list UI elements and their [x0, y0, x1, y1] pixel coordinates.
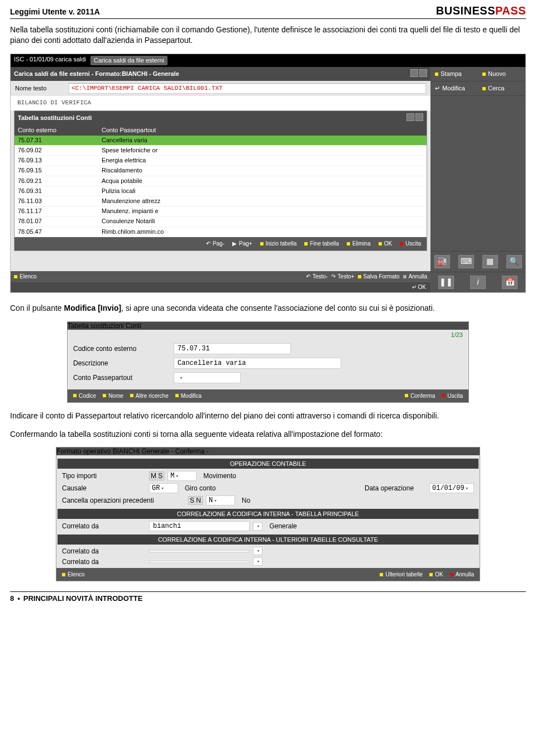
sub-title: Tabella sostituzioni Conti — [18, 114, 92, 122]
conferma-button[interactable]: Conferma — [403, 392, 437, 400]
row-desc: Consulenze Notarili — [102, 218, 423, 225]
tipo-importi-value[interactable]: M▾ — [168, 471, 197, 481]
codice-label: Codice conto esterno — [73, 345, 174, 353]
screenshot-2: Tabella sostituzioni Conti 1/23 Codice c… — [67, 321, 469, 403]
modal3-title: Formato operativo BIANCHI Generale - Con… — [56, 447, 209, 455]
row-code: 76.09.21 — [18, 177, 102, 185]
record-counter: 1/23 — [68, 330, 468, 338]
row-desc: Spese telefoniche or — [102, 147, 423, 154]
pause-icon[interactable]: ❚❚ — [438, 276, 454, 289]
correlato3-dd[interactable]: ▾ — [253, 557, 262, 566]
fine-tabella-button[interactable]: Fine tabella — [302, 239, 341, 248]
annulla-button[interactable]: Annulla — [403, 273, 427, 280]
correlato2-label: Correlato da — [62, 547, 146, 555]
tipo-importi-label: Tipo importi — [62, 472, 146, 480]
codice-value[interactable]: 75.07.31 — [174, 343, 291, 354]
table-row[interactable]: 75.07.31Cancelleria varia — [15, 136, 427, 146]
elenco-button-3[interactable]: Elenco — [60, 570, 87, 579]
correlato-text: Generale — [269, 522, 296, 530]
context-line: ISC - 01/01/09 carica saldi — [14, 56, 86, 65]
data-operazione-label: Data operazione — [365, 484, 426, 492]
elimina-button[interactable]: Elimina — [344, 239, 373, 248]
correlato3-value[interactable] — [149, 561, 250, 563]
table-row[interactable]: 76.09.31Pulizia locali — [15, 186, 427, 196]
table-row[interactable]: 78.01.07Consulenze Notarili — [15, 216, 427, 227]
table-row[interactable]: 78.05.47Rimb.chilom.ammin.co — [15, 227, 427, 237]
testo-minus-button[interactable]: ↶Testo- — [306, 273, 328, 280]
section-name: PRINCIPALI NOVITÀ INTRODOTTE — [23, 594, 143, 603]
table-row[interactable]: 76.09.21Acqua potabile — [15, 176, 427, 186]
row-desc: Pulizia locali — [102, 187, 423, 195]
col-conto-esterno: Conto esterno — [18, 127, 102, 134]
altre-ricerche-button[interactable]: Altre ricerche — [128, 392, 171, 400]
stampa-button[interactable]: Stampa — [430, 67, 478, 81]
tipo-importi-chips: M S — [149, 471, 164, 480]
main-window-title: Carica saldi da file esterni - Formato:B… — [11, 67, 430, 81]
codice-button[interactable]: Codice — [71, 392, 98, 400]
modifica-button[interactable]: ↵Modifica — [430, 81, 478, 96]
modifica-button-2[interactable]: Modifica — [173, 392, 204, 400]
section-ulteriori: CORRELAZIONE A CODIFICA INTERNA - ULTERI… — [58, 535, 478, 545]
p2-b: Modifica [Invio] — [64, 304, 122, 312]
cancella-label: Cancella operazioni precedenti — [62, 497, 185, 504]
row-desc: Rimb.chilom.ammin.co — [102, 228, 423, 235]
correlato2-value[interactable] — [149, 550, 250, 552]
search-icon[interactable]: 🔍 — [506, 255, 522, 268]
pag-plus-button[interactable]: ▶Pag+ — [230, 239, 255, 248]
ok-button[interactable]: OK — [376, 239, 394, 248]
table-row[interactable]: 76.09.02Spese telefoniche or — [15, 146, 427, 156]
uscita-button-2[interactable]: Uscita — [439, 392, 465, 400]
keyboard-icon[interactable]: ⌨ — [458, 255, 474, 268]
grid-icon[interactable]: ▦ — [482, 255, 498, 268]
bullet-icon: • — [17, 594, 20, 603]
testo-plus-button[interactable]: ↷Testo+ — [331, 273, 355, 280]
conto-pass-label: Conto Passepartout — [73, 374, 174, 382]
cancella-value[interactable]: N▾ — [206, 495, 235, 505]
ok-strip[interactable]: ↵ OK — [11, 282, 430, 292]
table-row[interactable]: 76.11.03Manutenzione attrezz — [15, 196, 427, 206]
inizio-tabella-button[interactable]: Inizio tabella — [258, 239, 299, 248]
ok-button-3[interactable]: OK — [427, 570, 445, 579]
info-icon[interactable]: i — [470, 276, 486, 289]
causale-value[interactable]: GR▾ — [149, 483, 178, 493]
causale-label: Causale — [62, 484, 146, 492]
annulla-button-3[interactable]: Annulla — [448, 570, 476, 579]
page-footer: 8 • PRINCIPALI NOVITÀ INTRODOTTE — [10, 591, 526, 603]
salva-formato-button[interactable]: Salva Formato — [358, 273, 400, 280]
table-body: 75.07.31Cancelleria varia 76.09.02Spese … — [15, 136, 427, 237]
correlato-dd[interactable]: ▾ — [253, 522, 262, 531]
row-desc: Manutenz. impianti e — [102, 208, 423, 215]
descr-value[interactable]: Cancelleria varia — [174, 358, 341, 369]
nome-button[interactable]: Nome — [100, 392, 126, 400]
uscita-button[interactable]: Uscita — [398, 239, 423, 248]
row-code: 76.09.02 — [18, 147, 102, 154]
window-controls[interactable] — [409, 69, 427, 79]
sub-window-controls[interactable] — [405, 113, 423, 123]
ulteriori-tabelle-button[interactable]: Ulteriori tabelle — [377, 570, 425, 579]
brand-business: BUSINESS — [436, 4, 495, 17]
p2-a: Con il pulsante — [10, 304, 64, 312]
cerca-button[interactable]: Cerca — [478, 81, 525, 96]
modal2-title: Tabella sostituzioni Conti — [68, 322, 141, 330]
p2-c: , si apre una seconda videata che consen… — [121, 304, 434, 312]
main-title-text: Carica saldi da file esterni - Formato:B… — [14, 70, 179, 78]
data-operazione-value[interactable]: 01/01/09▾ — [429, 483, 474, 493]
nuovo-button[interactable]: Nuovo — [478, 67, 525, 81]
elenco-button[interactable]: Elenco — [14, 273, 37, 280]
correlato-label: Correlato da — [62, 522, 146, 530]
table-row[interactable]: 76.09.13Energia elettrica — [15, 156, 427, 166]
pag-minus-button[interactable]: ↶Pag- — [204, 239, 227, 248]
calendar-icon[interactable]: 📅 — [502, 276, 518, 289]
correlato2-dd[interactable]: ▾ — [253, 547, 262, 555]
row-code: 78.05.47 — [18, 228, 102, 235]
conto-pass-value[interactable] — [174, 372, 241, 383]
nome-testo-value[interactable]: <C:\IMPORT\ESEMPI CARICA SALDI\BIL001.TX… — [69, 83, 426, 94]
table-row[interactable]: 76.09.15Riscaldamento — [15, 166, 427, 176]
correlato-value[interactable]: bianchi — [149, 521, 250, 531]
factory-icon[interactable]: 🏭 — [434, 255, 450, 268]
col-conto-pass: Conto Passepartout — [102, 127, 423, 134]
row-code: 75.07.31 — [18, 137, 102, 144]
bilancio-line: BILANCIO DI VERIFICA — [15, 98, 426, 108]
table-row[interactable]: 76.11.17Manutenz. impianti e — [15, 206, 427, 216]
doc-title: Leggimi Utente v. 2011A — [10, 7, 100, 16]
